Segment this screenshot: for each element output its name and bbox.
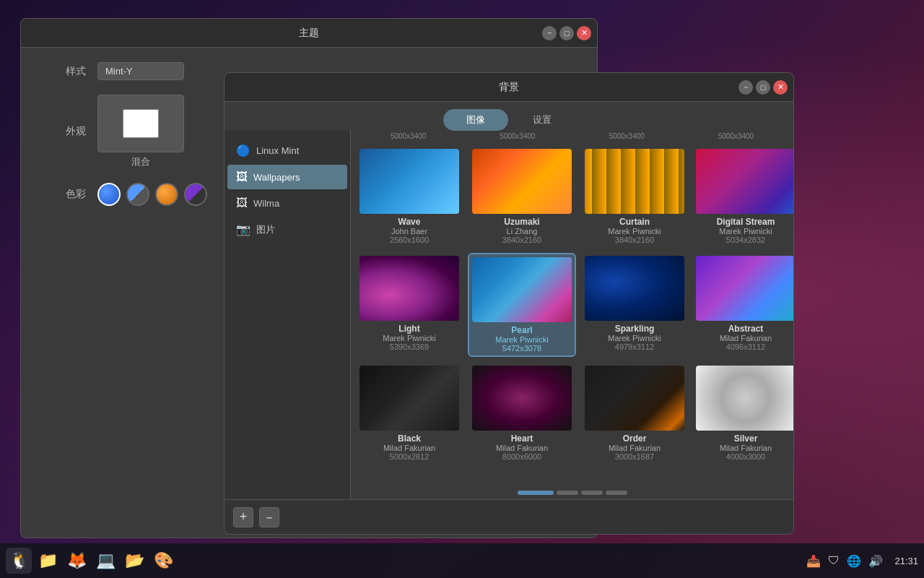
wallpaper-size-5: 5472x3078 (502, 344, 541, 353)
wallpaper-size-4: 5390x3369 (390, 342, 429, 351)
wallpaper-name-2: Curtain (619, 217, 650, 227)
bg-window-title: 背景 (499, 81, 519, 94)
color-half-button[interactable] (126, 183, 149, 206)
wallpaper-item-digital-stream[interactable]: Digital StreamMarek Piwnicki5034x2832 (693, 146, 793, 247)
tray-network-icon: 🌐 (847, 554, 861, 568)
wallpaper-item-order[interactable]: OrderMilad Fakurian3000x1687 (582, 363, 687, 464)
wallpaper-author-4: Marek Piwnicki (383, 334, 435, 342)
taskbar-icon-finder[interactable]: 📂 (121, 548, 147, 574)
wallpaper-name-11: Silver (734, 434, 758, 444)
wallpaper-name-8: Black (398, 434, 421, 444)
sidebar-item-wallpapers-label: Wallpapers (253, 172, 300, 183)
wallpaper-author-10: Milad Fakurian (609, 444, 661, 452)
wallpaper-name-3: Digital Stream (717, 217, 775, 227)
wallpaper-size-1: 3840x2160 (502, 236, 541, 244)
wallpaper-size-11: 4000x3000 (726, 452, 765, 461)
tab-settings[interactable]: 设置 (510, 109, 575, 131)
wallpaper-item-uzumaki[interactable]: UzumakiLi Zhang3840x2160 (468, 146, 576, 247)
sidebar-item-wilma-label: Wilma (253, 198, 279, 209)
style-label: 样式 (43, 65, 86, 78)
linuxmint-icon: 🔵 (236, 144, 250, 158)
tab-image[interactable]: 图像 (443, 109, 508, 131)
theme-maximize-button[interactable]: □ (559, 26, 574, 40)
sidebar-item-pictures[interactable]: 📷 图片 (227, 217, 347, 242)
taskbar-icon-files[interactable]: 📁 (35, 548, 61, 574)
theme-minimize-button[interactable]: － (542, 26, 557, 40)
size-label-2: 5000x3400 (466, 132, 569, 140)
page-dot-4 (606, 491, 627, 495)
wallpaper-item-light[interactable]: LightMarek Piwnicki5390x3369 (357, 253, 462, 357)
remove-folder-button[interactable]: － (259, 507, 279, 527)
taskbar-icon-themes[interactable]: 🎨 (150, 548, 176, 574)
taskbar: 🐧 📁 🦊 💻 📂 🎨 📥 🛡 🌐 🔊 21:31 (0, 543, 924, 578)
wallpaper-thumb-black (359, 366, 459, 431)
tray-volume-icon: 🔊 (868, 554, 883, 568)
bg-window-titlebar: 背景 － □ ✕ (225, 73, 793, 102)
wallpaper-name-5: Pearl (511, 325, 532, 335)
wallpaper-thumb-order (585, 366, 684, 431)
wallpaper-author-6: Marek Piwnicki (608, 334, 661, 342)
wallpaper-size-8: 5000x2812 (390, 452, 429, 461)
wallpaper-name-0: Wave (398, 217, 421, 227)
appearance-preview (97, 95, 184, 152)
wallpaper-author-5: Marek Piwnicki (495, 335, 548, 344)
preview-inner (123, 109, 159, 138)
wallpaper-thumb-silver (696, 366, 793, 431)
taskbar-icon-terminal[interactable]: 💻 (92, 548, 118, 574)
wallpaper-thumb-pearl (472, 257, 572, 322)
taskbar-right: 📥 🛡 🌐 🔊 21:31 (806, 554, 918, 568)
size-label-3: 5000x3400 (575, 132, 679, 140)
sidebar-item-linuxmint[interactable]: 🔵 Linux Mint (227, 138, 347, 163)
appearance-label: 外观 (43, 125, 86, 138)
wallpaper-item-black[interactable]: BlackMilad Fakurian5000x2812 (357, 363, 462, 464)
bg-maximize-button[interactable]: □ (756, 80, 770, 95)
bg-window-controls: － □ ✕ (738, 80, 788, 95)
tray-icons: 📥 🛡 🌐 🔊 (806, 554, 883, 568)
wallpaper-thumb-heart (472, 366, 572, 431)
size-label-row: 5000x3400 5000x3400 5000x3400 5000x3400 (351, 131, 793, 140)
wallpaper-item-silver[interactable]: SilverMilad Fakurian4000x3000 (693, 363, 793, 464)
wallpaper-size-3: 5034x2832 (726, 236, 765, 244)
wallpaper-item-wave[interactable]: WaveJohn Baer2560x1600 (357, 146, 462, 247)
wallpaper-author-3: Marek Piwnicki (719, 227, 772, 236)
wallpaper-item-sparkling[interactable]: SparklingMarek Piwnicki4979x3112 (582, 253, 687, 357)
wallpaper-name-6: Sparkling (615, 324, 655, 334)
wallpaper-thumb-abstract (696, 256, 793, 321)
wallpaper-author-9: Milad Fakurian (496, 444, 548, 452)
theme-window-titlebar: 主题 － □ ✕ (21, 19, 597, 48)
wallpaper-grid: WaveJohn Baer2560x1600UzumakiLi Zhang384… (351, 140, 793, 488)
wallpaper-thumb-wave (359, 149, 459, 214)
wallpaper-author-11: Milad Fakurian (720, 444, 772, 452)
taskbar-icon-mint[interactable]: 🐧 (6, 548, 32, 574)
page-dot-2 (557, 491, 578, 495)
wallpaper-item-pearl[interactable]: PearlMarek Piwnicki5472x3078 (468, 253, 576, 357)
color-blue-button[interactable] (97, 183, 121, 206)
pagination-row (351, 488, 793, 499)
taskbar-icon-firefox[interactable]: 🦊 (64, 548, 90, 574)
sidebar-item-wilma[interactable]: 🖼 Wilma (227, 191, 347, 215)
theme-close-button[interactable]: ✕ (577, 26, 591, 40)
wallpaper-thumb-uzumaki (472, 149, 572, 214)
color-purple-button[interactable] (184, 183, 207, 206)
wallpaper-item-curtain[interactable]: CurtainMarek Piwnicki3840x2160 (582, 146, 687, 247)
size-label-4: 5000x3400 (684, 132, 788, 140)
tray-shield-icon: 🛡 (828, 554, 840, 567)
wallpaper-author-2: Marek Piwnicki (608, 227, 661, 236)
bg-close-button[interactable]: ✕ (773, 80, 788, 95)
sidebar-item-wallpapers[interactable]: 🖼 Wallpapers (227, 165, 347, 189)
wallpaper-size-10: 3000x1687 (615, 452, 654, 461)
bg-minimize-button[interactable]: － (738, 80, 753, 95)
wallpaper-size-7: 4096x3112 (726, 342, 765, 351)
wallpaper-item-abstract[interactable]: AbstractMilad Fakurian4096x3112 (693, 253, 793, 357)
wallpaper-item-heart[interactable]: HeartMilad Fakurian8000x6000 (468, 363, 576, 464)
taskbar-left: 🐧 📁 🦊 💻 📂 🎨 (6, 548, 176, 574)
appearance-preview-container: 混合 (97, 95, 184, 168)
wallpaper-name-10: Order (623, 434, 647, 444)
style-input[interactable]: Mint-Y (97, 62, 184, 80)
color-orange-button[interactable] (155, 183, 178, 206)
color-buttons (97, 183, 207, 206)
wallpaper-thumb-curtain (585, 149, 684, 214)
appearance-value-label: 混合 (131, 155, 150, 168)
bg-tabs: 图像 设置 (225, 102, 793, 131)
add-folder-button[interactable]: + (233, 507, 253, 527)
